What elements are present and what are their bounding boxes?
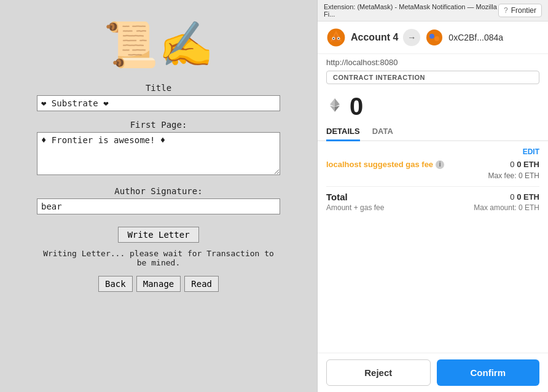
first-page-label: First Page: <box>37 120 280 130</box>
frontier-label: Frontier <box>511 6 536 15</box>
title-input[interactable] <box>37 95 280 111</box>
author-group: Author Signature: <box>37 186 280 214</box>
gas-fee-value: 0 0 ETH <box>510 160 539 169</box>
author-input[interactable] <box>37 198 280 214</box>
svg-marker-12 <box>335 106 340 112</box>
first-page-input[interactable]: ♦ Frontier is awesome! ♦ <box>37 132 280 175</box>
total-value: 0 0 ETH <box>510 192 539 202</box>
max-amount: Max amount: 0 ETH <box>474 203 539 212</box>
gas-fee-row: localhost suggested gas fee i 0 0 ETH <box>326 160 539 169</box>
svg-point-7 <box>426 29 442 45</box>
amount-row: 0 <box>318 89 548 123</box>
browser-icon <box>425 28 444 47</box>
titlebar: Extension: (MetaMask) - MetaMask Notific… <box>318 0 548 22</box>
wallet-address: 0xC2Bf...084a <box>448 33 503 42</box>
account-header: Account 4 → 0xC2Bf...084a <box>318 22 548 54</box>
tab-data[interactable]: DATA <box>372 123 393 141</box>
footer-actions: Reject Confirm <box>318 353 548 392</box>
left-panel: 📜✍️ Title First Page: ♦ Frontier is awes… <box>0 0 317 392</box>
amount-fee-row: Amount + gas fee Max amount: 0 ETH <box>326 203 539 212</box>
author-label: Author Signature: <box>37 186 280 196</box>
max-fee-row: Max fee: 0 ETH <box>326 171 539 180</box>
account-name: Account 4 <box>351 32 398 43</box>
svg-point-8 <box>429 34 434 39</box>
title-group: Title <box>37 83 280 111</box>
transaction-amount: 0 <box>350 93 363 120</box>
back-button[interactable]: Back <box>98 276 133 292</box>
svg-point-6 <box>338 37 339 39</box>
metamask-panel: Extension: (MetaMask) - MetaMask Notific… <box>317 0 548 392</box>
edit-row: EDIT <box>326 147 539 156</box>
details-section: EDIT localhost suggested gas fee i 0 0 E… <box>318 141 548 353</box>
frontier-button[interactable]: ? Frontier <box>498 4 542 17</box>
total-row: Total 0 0 ETH <box>326 192 539 202</box>
emoji-decoration: 📜✍️ <box>103 18 214 71</box>
titlebar-text: Extension: (MetaMask) - MetaMask Notific… <box>324 3 498 18</box>
amount-fee-label: Amount + gas fee <box>326 203 384 212</box>
svg-point-9 <box>434 36 439 41</box>
tab-bar: DETAILS DATA <box>318 123 548 141</box>
total-label: Total <box>326 192 348 202</box>
first-page-group: First Page: ♦ Frontier is awesome! ♦ <box>37 120 280 178</box>
svg-point-5 <box>333 37 334 39</box>
site-url: http://localhost:8080 <box>318 54 548 68</box>
status-text: Writing Letter... please wait for Transa… <box>37 249 280 267</box>
confirm-button[interactable]: Confirm <box>437 359 540 386</box>
eth-symbol <box>326 96 343 117</box>
svg-marker-11 <box>330 98 335 107</box>
title-label: Title <box>37 83 280 93</box>
bottom-buttons: Back Manage Read <box>98 276 219 292</box>
contract-badge: CONTRACT INTERACTION <box>326 71 539 84</box>
gas-fee-label: localhost suggested gas fee i <box>326 160 444 169</box>
arrow-icon: → <box>403 29 420 46</box>
tab-details[interactable]: DETAILS <box>326 123 360 141</box>
read-button[interactable]: Read <box>184 276 219 292</box>
gas-info-icon[interactable]: i <box>436 160 444 169</box>
question-icon: ? <box>504 6 508 15</box>
reject-button[interactable]: Reject <box>326 359 431 386</box>
manage-button[interactable]: Manage <box>136 276 181 292</box>
edit-link[interactable]: EDIT <box>523 147 539 156</box>
svg-marker-13 <box>330 106 335 112</box>
max-fee-value: 0 ETH <box>519 171 539 180</box>
divider <box>326 186 539 187</box>
write-letter-button[interactable]: Write Letter <box>118 227 198 243</box>
max-fee-label: Max fee: <box>488 171 517 180</box>
eth-logo-icon <box>326 96 343 114</box>
svg-marker-10 <box>335 98 340 107</box>
metamask-fox-icon <box>326 28 346 47</box>
